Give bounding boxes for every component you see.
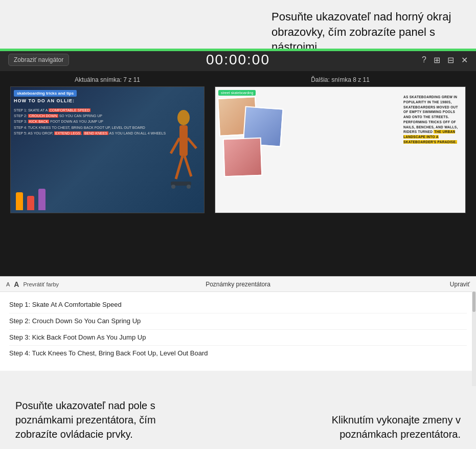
invert-colors-button[interactable]: Prevrátiť farby [23,281,59,287]
font-size-small-button[interactable]: A [6,281,10,287]
green-progress-bar [0,49,476,51]
next-slide-bg: street skateboarding AS SKATEBOARDING GR… [215,87,465,213]
presenter-view: Zobraziť navigátor 00:00:00 ? ⊞ ⊟ ✕ Aktu… [0,49,476,276]
notes-edit-button[interactable]: Upraviť [450,281,470,288]
current-slide-frame: skateboarding tricks and tips HOW TO DO … [10,86,205,213]
slides-area: Aktuálna snímka: 7 z 11 skateboarding tr… [0,71,476,219]
current-slide-container: Aktuálna snímka: 7 z 11 skateboarding tr… [10,76,205,214]
show-navigator-button[interactable]: Zobraziť navigátor [8,54,69,66]
svg-line-3 [188,138,196,148]
font-size-large-button[interactable]: A [14,280,19,288]
svg-line-5 [185,156,191,176]
next-slide-container: Ďalšia: snímka 8 z 11 street skateboardi… [215,76,466,214]
timer-display: 00:00:00 [206,52,270,68]
current-slide-bg: skateboarding tricks and tips HOW TO DO … [11,87,204,213]
next-slide-photos [218,97,285,189]
notes-step-4: Step 4: Tuck Knees To Chest, Bring Back … [9,346,467,362]
next-slide-tag: street skateboarding [218,90,256,96]
bottom-annotation-right: Kliknutím vykonajte zmeny v poznámkach p… [318,413,461,441]
notes-toolbar: A A Prevrátiť farby Poznámky prezentátor… [0,277,476,292]
slide-figures [11,185,204,210]
current-slide-label: Aktuálna snímka: 7 z 11 [10,76,205,83]
bottom-annotation-left: Posuňte ukazovateľ nad pole s poznámkami… [15,398,158,441]
toolbar-left: Zobraziť navigátor [8,54,69,66]
close-icon[interactable]: ✕ [461,55,468,65]
figure-2 [27,196,34,210]
figure-3 [38,189,46,210]
photo-3 [223,138,263,177]
svg-rect-1 [179,125,188,156]
next-slide-frame: street skateboarding AS SKATEBOARDING GR… [215,86,466,213]
notes-step-3: Step 3: Kick Back Foot Down As You Jump … [9,330,467,346]
current-slide-title: HOW TO DO AN OLLIE: [14,98,201,103]
grid-icon[interactable]: ⊞ [434,55,440,65]
notes-step-1: Step 1: Skate At A Comfortable Speed [9,297,467,313]
svg-line-4 [176,156,183,179]
next-slide-text: AS SKATEBOARDING GREW IN POPULARITY IN T… [403,95,462,145]
notes-panel: A A Prevrátiť farby Poznámky prezentátor… [0,276,476,371]
help-icon[interactable]: ? [422,55,426,64]
next-slide-label: Ďalšia: snímka 8 z 11 [215,76,466,83]
scrollbar-thumb[interactable] [472,291,475,312]
notes-step-2: Step 2: Crouch Down So You Can Spring Up [9,313,467,330]
presenter-toolbar: Zobraziť navigátor 00:00:00 ? ⊞ ⊟ ✕ [0,49,476,71]
toolbar-right: ? ⊞ ⊟ ✕ [422,55,468,65]
svg-point-0 [177,110,190,125]
swap-icon[interactable]: ⊟ [447,55,454,65]
svg-line-2 [171,138,179,153]
notes-content: Step 1: Skate At A Comfortable Speed Ste… [0,292,476,371]
figure-1 [16,192,23,210]
notes-panel-title: Poznámky prezentátora [206,281,270,288]
notes-scrollbar[interactable] [472,291,476,386]
current-slide-tag: skateboarding tricks and tips [14,90,77,97]
highlighted-text: THE URBAN LANDSCAPE INTO A SKATEBOARDER'… [403,130,457,144]
